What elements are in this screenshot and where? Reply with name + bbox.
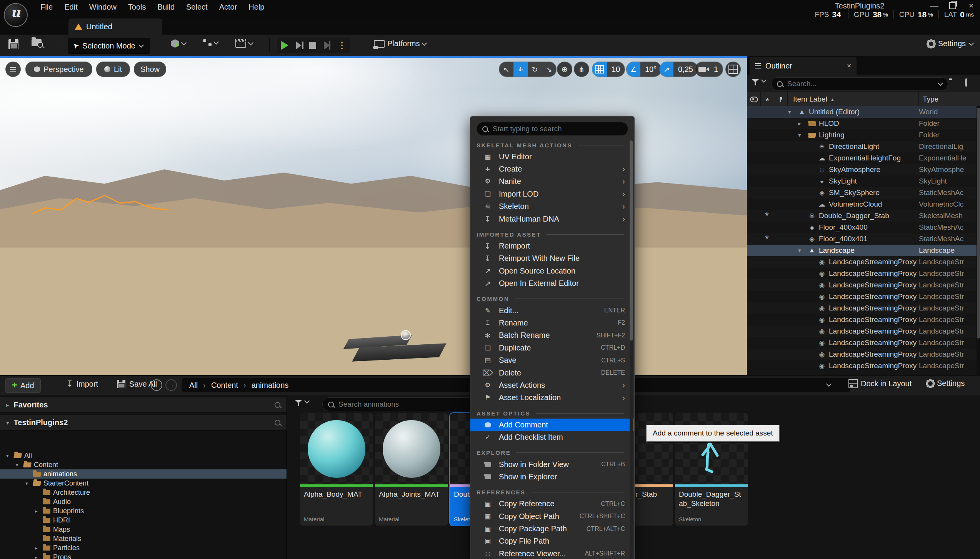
level-tab[interactable]: Untitled [68, 18, 162, 35]
menu-item[interactable]: Asset Actions › [470, 379, 634, 391]
expander-caret[interactable]: ▸ [6, 402, 9, 409]
settings-dropdown[interactable]: Settings [928, 39, 973, 48]
move-tool-button[interactable] [513, 62, 528, 77]
frame-skip-button[interactable] [296, 42, 302, 49]
scale-snap-value[interactable]: 0,25 [673, 62, 698, 77]
menu-item[interactable]: UV Editor › [470, 150, 634, 163]
scrollbar-thumb[interactable] [630, 140, 633, 340]
visibility-column-header[interactable] [747, 92, 761, 106]
show-dropdown[interactable]: Show [134, 62, 166, 77]
folder-row[interactable]: Materials [0, 534, 287, 543]
outliner-tab[interactable]: Outliner × [750, 57, 857, 75]
outliner-row[interactable]: ▾ Lighting Folder [747, 129, 977, 141]
rotation-snap-value[interactable]: 10° [640, 62, 661, 77]
close-button[interactable]: × [966, 1, 976, 11]
rotation-snap-toggle[interactable]: ∠ [627, 62, 640, 77]
menu-item[interactable]: Copy Object Path CTRL+SHIFT+C › [470, 510, 634, 522]
camera-speed-value[interactable]: 1 [709, 62, 723, 77]
menu-item[interactable]: Help [243, 0, 270, 14]
dock-in-layout-button[interactable]: Dock in Layout [848, 379, 912, 388]
back-button[interactable]: ← [151, 379, 162, 391]
outliner-settings-button[interactable] [965, 79, 967, 86]
outliner-row[interactable]: LandscapeStreamingProxy LandscapeStr [747, 337, 977, 349]
editor-mode-dropdown[interactable]: ➤ Selection Mode [68, 38, 150, 54]
expander-caret[interactable]: ▾ [6, 453, 14, 459]
level-viewport[interactable]: Perspective Lit Show ↖ ↻ ↘ ⊕ ⋔ 10 ∠ 10° … [0, 56, 747, 375]
menu-item[interactable]: Actor [213, 0, 243, 14]
favorites-section[interactable]: ▸ Favorites [0, 397, 287, 413]
menu-item[interactable]: Add Comment › [470, 419, 634, 431]
menu-item[interactable]: Show in Explorer › [470, 471, 634, 483]
menu-item[interactable]: Import LOD › [470, 188, 634, 200]
folder-row[interactable]: Architecture [0, 488, 287, 497]
menu-item[interactable]: Copy File Path › [470, 535, 634, 547]
outliner-search-input[interactable] [787, 79, 935, 88]
context-menu-search-input[interactable] [492, 124, 622, 133]
outliner-row[interactable]: LandscapeStreamingProxy LandscapeStr [747, 291, 977, 302]
scale-tool-button[interactable]: ↘ [542, 62, 556, 77]
folder-row[interactable]: Maps [0, 525, 287, 534]
breadcrumb[interactable]: Content [203, 381, 238, 390]
viewport-options-button[interactable] [5, 62, 21, 77]
cinematics-button[interactable] [235, 39, 253, 48]
project-section[interactable]: ▾ TestinPlugins2 [0, 415, 287, 431]
import-button[interactable]: ↧ Import [66, 379, 98, 389]
world-local-toggle[interactable]: ⊕ [557, 62, 572, 77]
platforms-dropdown[interactable]: Platforms [374, 39, 426, 48]
folder-row[interactable]: ▸ Blueprints [0, 506, 287, 516]
perspective-dropdown[interactable]: Perspective [25, 62, 92, 77]
menu-item[interactable]: Rename F2 › [470, 317, 634, 329]
grid-snap-value[interactable]: 10 [607, 62, 625, 77]
menu-item[interactable]: Edit [58, 0, 83, 14]
browse-content-button[interactable] [32, 39, 42, 46]
menu-item[interactable]: Reimport With New File › [470, 252, 634, 265]
outliner-scrollbar[interactable] [977, 106, 980, 375]
star-column-header[interactable]: * [761, 92, 774, 106]
folder-row[interactable]: animations [0, 469, 287, 479]
outliner-row[interactable]: VolumetricCloud VolumetricClc [747, 199, 977, 210]
outliner-row[interactable]: Floor_400x400 StaticMeshAc [747, 222, 977, 233]
folder-row[interactable]: Audio [0, 497, 287, 506]
menu-item[interactable]: Window [83, 0, 122, 14]
outliner-row[interactable]: LandscapeStreamingProxy LandscapeStr [747, 268, 977, 279]
expander-caret[interactable]: ▾ [788, 108, 797, 115]
outliner-row[interactable]: SM_SkySphere StaticMeshAc [747, 187, 977, 199]
menu-item[interactable]: MetaHuman DNA › [470, 213, 634, 225]
outliner-row[interactable]: SkyAtmosphere SkyAtmosphe [747, 164, 977, 175]
close-tab-icon[interactable]: × [847, 62, 851, 70]
menu-item[interactable]: Copy Reference CTRL+C › [470, 498, 634, 510]
asset-tile[interactable]: Alpha_Body_MAT Material [300, 413, 373, 526]
outliner-row[interactable]: LandscapeStreamingProxy LandscapeStr [747, 279, 977, 291]
unreal-logo[interactable] [4, 3, 28, 27]
menu-item[interactable]: Select [180, 0, 213, 14]
menu-item[interactable]: Save CTRL+S › [470, 354, 634, 366]
camera-speed-button[interactable] [695, 62, 709, 77]
type-column-header[interactable]: Type [918, 92, 980, 106]
surface-snapping-button[interactable]: ⋔ [574, 62, 589, 77]
search-icon[interactable] [275, 420, 280, 426]
folder-row[interactable]: ▾ StarterContent [0, 479, 287, 488]
pin-column-header[interactable] [774, 92, 788, 106]
skip-to-end-button[interactable] [324, 41, 330, 50]
folder-row[interactable]: ▾ Content [0, 460, 287, 469]
expander-caret[interactable]: ▾ [798, 132, 807, 138]
maximize-viewport-button[interactable] [725, 62, 741, 77]
expander-caret[interactable]: ▸ [798, 120, 807, 127]
transform-gizmo[interactable] [401, 330, 411, 340]
outliner-row[interactable]: LandscapeStreamingProxy LandscapeStr [747, 360, 977, 372]
menu-item[interactable]: Create › [470, 163, 634, 175]
menu-item[interactable]: Duplicate CTRL+D › [470, 342, 634, 354]
asset-tile[interactable]: Alpha_Joints_MAT Material [375, 413, 448, 526]
outliner-row[interactable]: ▾ Landscape Landscape [747, 245, 977, 256]
outliner-row[interactable]: ▾ Untitled (Editor) World [747, 106, 977, 118]
expander-caret[interactable]: ▾ [25, 481, 33, 486]
forward-button[interactable]: → [165, 379, 177, 391]
expander-caret[interactable]: ▸ [35, 554, 43, 559]
folder-row[interactable]: ▸ Particles [0, 543, 287, 552]
scale-snap-toggle[interactable]: ↗ [660, 62, 673, 77]
outliner-row[interactable]: ExponentialHeightFog ExponentialHe [747, 152, 977, 164]
outliner-row[interactable]: * Floor_400x401 StaticMeshAc [747, 233, 977, 245]
menu-item[interactable]: Reimport › [470, 240, 634, 252]
menu-item[interactable]: Open In External Editor › [470, 277, 634, 290]
menu-item[interactable]: Build [152, 0, 180, 14]
